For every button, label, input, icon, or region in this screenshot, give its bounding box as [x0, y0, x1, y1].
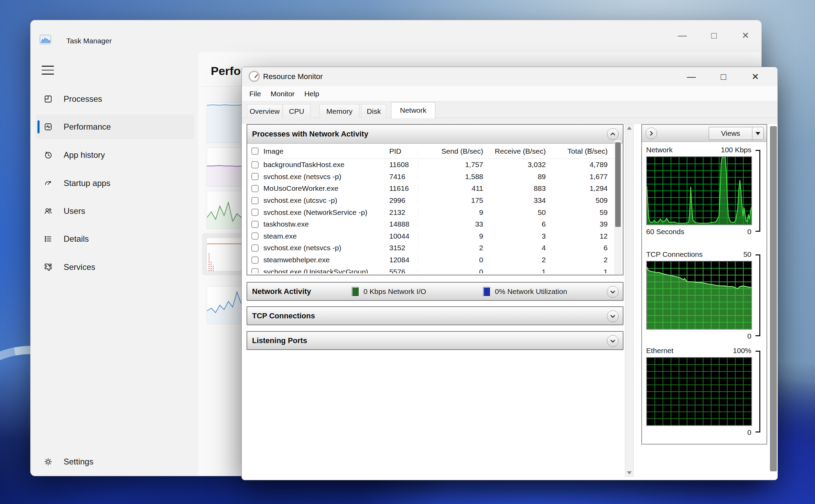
processes-panel-header[interactable]: Processes with Network Activity [247, 125, 623, 144]
tcp-connections-graph [646, 261, 752, 330]
row-checkbox[interactable] [251, 161, 259, 168]
sidebar-item-users[interactable]: Users [35, 199, 194, 223]
scroll-down-arrow-icon[interactable] [627, 471, 632, 474]
listening-ports-bar[interactable]: Listening Ports [247, 331, 623, 350]
menu-file[interactable]: File [244, 90, 266, 98]
collapse-panel-button[interactable] [607, 128, 619, 140]
sort-indicator-icon [587, 144, 593, 152]
tm-minimize-button[interactable]: — [666, 20, 698, 51]
sidebar-item-app-history[interactable]: App history [35, 143, 194, 167]
sidebar-item-processes[interactable]: Processes [35, 87, 194, 111]
expand-tcp-connections-button[interactable] [607, 310, 619, 322]
table-row[interactable]: svchost.exe (NetworkService -p)213295059 [247, 206, 623, 218]
performance-icon [44, 122, 53, 131]
table-scrollbar[interactable] [615, 140, 621, 274]
table-row[interactable]: steam.exe100449312 [247, 230, 623, 242]
network-graph-window: 60 Seconds [646, 228, 684, 236]
startup-apps-icon [44, 179, 53, 188]
network-graph-max: 100 Kbps [721, 146, 751, 154]
expand-network-activity-button[interactable] [607, 286, 619, 298]
row-checkbox[interactable] [251, 268, 259, 273]
col-pid[interactable]: PID [385, 147, 418, 155]
tm-close-button[interactable]: ✕ [730, 20, 761, 51]
table-header-row: Image PID Send (B/sec) Receive (B/sec) T… [247, 144, 623, 159]
table-scrollbar-thumb[interactable] [615, 142, 621, 227]
tab-overview[interactable]: Overview [247, 104, 282, 118]
table-row[interactable]: svchost.exe (netsvcs -p)3152246 [247, 242, 623, 254]
col-receive[interactable]: Receive (B/sec) [483, 147, 546, 155]
tab-cpu[interactable]: CPU [283, 104, 311, 118]
tab-network[interactable]: Network [391, 102, 435, 118]
table-row[interactable]: steamwebhelper.exe12084022 [247, 254, 623, 266]
network-io-legend-swatch [352, 287, 359, 296]
rm-maximize-button[interactable]: □ [707, 67, 739, 86]
row-checkbox[interactable] [251, 232, 259, 240]
tab-disk[interactable]: Disk [361, 104, 386, 118]
scroll-up-arrow-icon[interactable] [627, 127, 632, 130]
ethernet-scale-bracket [756, 351, 760, 432]
row-checkbox[interactable] [251, 221, 259, 228]
chevron-up-icon [609, 132, 616, 136]
users-icon [44, 207, 53, 216]
row-checkbox[interactable] [251, 244, 259, 252]
tcp-graph-title: TCP Connections [646, 250, 703, 259]
rm-close-button[interactable]: ✕ [739, 67, 771, 86]
chevron-down-icon [609, 314, 616, 318]
details-icon [44, 234, 53, 243]
table-row[interactable]: svchost.exe (UnistackSvcGroup)5576011 [247, 266, 623, 273]
row-checkbox[interactable] [251, 197, 259, 204]
network-graph [646, 156, 752, 225]
sidebar-item-settings[interactable]: Settings [35, 449, 194, 474]
content-scrollbar[interactable] [625, 124, 634, 477]
row-checkbox[interactable] [251, 185, 259, 192]
tm-hamburger-menu-button[interactable] [41, 64, 55, 76]
sidebar-item-services[interactable]: Services [35, 255, 194, 280]
rm-menubar: File Monitor Help [242, 86, 778, 101]
tcp-scale-bracket [756, 254, 760, 336]
rm-minimize-button[interactable]: — [675, 67, 707, 86]
col-send[interactable]: Send (B/sec) [418, 147, 483, 155]
views-dropdown-arrow[interactable] [752, 132, 763, 135]
processes-panel-title: Processes with Network Activity [252, 130, 368, 139]
row-checkbox[interactable] [251, 209, 259, 216]
tcp-connections-title: TCP Connections [252, 311, 315, 320]
col-image[interactable]: Image [263, 147, 283, 155]
rm-titlebar: Resource Monitor — □ ✕ [242, 67, 778, 86]
resource-monitor-window: Resource Monitor — □ ✕ File Monitor Help… [241, 67, 778, 480]
desktop-wallpaper: Task Manager — □ ✕ Processes Performance… [0, 0, 815, 504]
select-all-checkbox[interactable] [251, 147, 259, 155]
collapse-graphs-panel-button[interactable] [645, 128, 657, 139]
window-scrollbar-thumb[interactable] [770, 126, 777, 471]
table-row[interactable]: svchost.exe (utcsvc -p)2996175334509 [247, 195, 623, 207]
table-row[interactable]: MoUsoCoreWorker.exe116164118831,294 [247, 183, 623, 195]
tm-maximize-button[interactable]: □ [698, 20, 730, 51]
ethernet-graph-title: Ethernet [646, 347, 673, 355]
resource-monitor-gauge-icon [249, 71, 260, 82]
table-row[interactable]: backgroundTaskHost.exe116081,7573,0324,7… [247, 159, 623, 171]
task-manager-app-icon [40, 35, 51, 46]
sidebar-item-performance[interactable]: Performance [35, 114, 194, 139]
table-row[interactable]: svchost.exe (netsvcs -p)74161,588891,677 [247, 171, 623, 183]
tcp-graph-max: 50 [743, 250, 751, 259]
row-checkbox[interactable] [251, 173, 259, 180]
menu-help[interactable]: Help [300, 90, 324, 98]
chevron-down-icon [609, 290, 616, 294]
table-row[interactable]: taskhostw.exe1488833639 [247, 218, 623, 230]
row-checkbox[interactable] [251, 256, 259, 264]
sidebar-item-details[interactable]: Details [35, 227, 194, 251]
tab-memory[interactable]: Memory [319, 104, 359, 118]
graphs-panel: Views Network 100 Kbps 60 Seconds 0 TCP … [641, 124, 767, 445]
tcp-graph-min: 0 [747, 332, 751, 340]
menu-monitor[interactable]: Monitor [266, 90, 300, 98]
sidebar-item-startup-apps[interactable]: Startup apps [35, 171, 194, 196]
col-total[interactable]: Total (B/sec) [546, 147, 613, 155]
network-graph-title: Network [646, 146, 673, 154]
network-graph-min: 0 [747, 228, 751, 236]
network-activity-bar[interactable]: Network Activity 0 Kbps Network I/O 0% N… [247, 282, 623, 301]
views-button[interactable]: Views [709, 127, 764, 140]
ethernet-graph [646, 357, 752, 426]
tcp-connections-bar[interactable]: TCP Connections [247, 306, 623, 325]
chevron-down-icon [609, 339, 616, 343]
expand-listening-ports-button[interactable] [607, 335, 619, 347]
network-utilization-legend-label: 0% Network Utilization [495, 287, 567, 296]
